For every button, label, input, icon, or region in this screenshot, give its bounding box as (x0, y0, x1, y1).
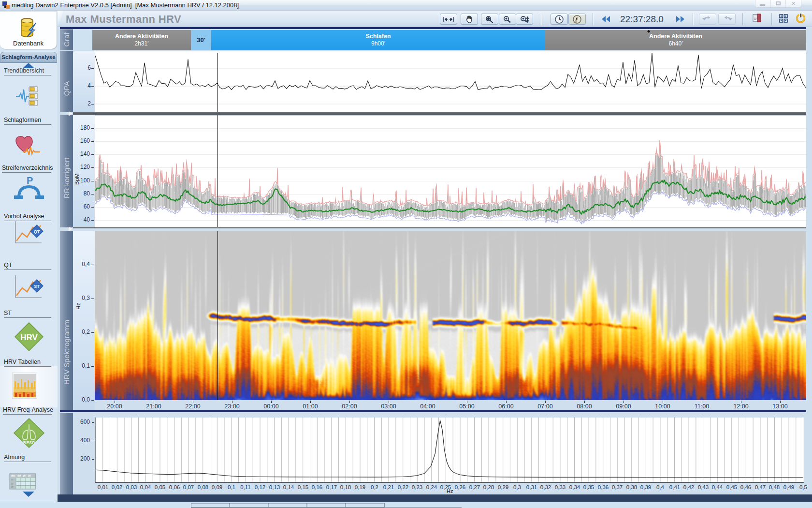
svg-text:ST: ST (34, 284, 40, 289)
svg-text:HRV: HRV (20, 333, 38, 342)
svg-text:yy: yy (11, 482, 14, 485)
svg-text:gh: gh (23, 474, 26, 477)
svg-text:QT: QT (33, 229, 40, 234)
svg-text:xx: xx (11, 478, 14, 481)
svg-text:P: P (27, 175, 33, 186)
svg-text:jkl: jkl (28, 474, 31, 477)
svg-text:abc: abc (11, 474, 15, 477)
svg-text:def: def (17, 474, 21, 477)
svg-text:RESP: RESP (23, 440, 35, 445)
svg-text:zz: zz (11, 486, 14, 488)
